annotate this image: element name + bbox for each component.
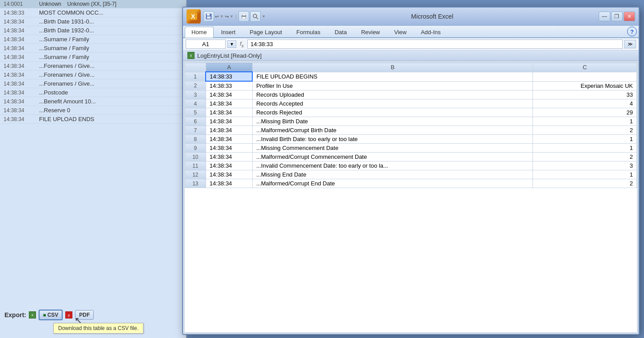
cell-a12[interactable]: 14:38:34 <box>206 170 252 179</box>
excel-window: X ↩ ▼ ↪ ▼ | ▼ Microsoft Ex <box>182 7 640 335</box>
cell-c6[interactable]: 1 <box>533 117 637 126</box>
row-number: 13 <box>185 179 206 188</box>
svg-rect-7 <box>242 17 246 19</box>
cell-c7[interactable]: 2 <box>533 126 637 135</box>
cell-b2[interactable]: Profiler In Use <box>252 81 533 90</box>
cell-b10[interactable]: ...Malformed/Corrupt Commencement Date <box>252 153 533 161</box>
table-row: 14:38:34 ...Surname / Family <box>0 44 186 53</box>
row-number: 4 <box>185 99 206 108</box>
cell-b12[interactable]: ...Missing End Date <box>252 170 533 179</box>
cell-a11[interactable]: 14:38:34 <box>206 161 252 170</box>
cell-c9[interactable]: 1 <box>533 144 637 153</box>
cell-a1[interactable]: 14:38:33 <box>206 72 252 81</box>
tab-formulas[interactable]: Formulas <box>290 27 327 37</box>
cell-a13[interactable]: 14:38:34 <box>206 179 252 188</box>
cell-c2[interactable]: Experian Mosaic UK <box>533 81 637 90</box>
cell-c1[interactable] <box>533 72 637 81</box>
row-number: 8 <box>185 135 206 144</box>
formula-bar: ▼ fx ≫ <box>183 38 639 51</box>
cell-b3[interactable]: Records Uploaded <box>252 90 533 99</box>
formula-input[interactable] <box>247 39 623 49</box>
cell-c11[interactable]: 3 <box>533 161 637 170</box>
log-time: 14:38:34 <box>0 106 36 115</box>
cell-a7[interactable]: 14:38:34 <box>206 126 252 135</box>
tab-insert[interactable]: Insert <box>215 27 242 37</box>
tab-view[interactable]: View <box>388 27 413 37</box>
cell-c12[interactable]: 1 <box>533 170 637 179</box>
pdf-small-icon: p <box>65 311 72 318</box>
cell-c8[interactable]: 1 <box>533 135 637 144</box>
save-button[interactable] <box>203 11 214 22</box>
col-header-c[interactable]: C <box>533 63 637 72</box>
log-time: 14:38:34 <box>0 71 36 79</box>
cell-b6[interactable]: ...Missing Birth Date <box>252 117 533 126</box>
export-csv-button[interactable]: ■ CSV <box>39 310 63 320</box>
row-number: 3 <box>185 90 206 99</box>
cell-a8[interactable]: 14:38:34 <box>206 135 252 144</box>
cell-c10[interactable]: 2 <box>533 153 637 161</box>
row-number: 9 <box>185 144 206 153</box>
cell-c4[interactable]: 4 <box>533 99 637 108</box>
restore-button[interactable]: ❐ <box>611 12 623 21</box>
log-entry: ...Birth Date 1931-0... <box>36 17 186 26</box>
tab-home[interactable]: Home <box>185 27 214 38</box>
cell-b13[interactable]: ...Malformed/Corrupt End Date <box>252 179 533 188</box>
cell-a6[interactable]: 14:38:34 <box>206 117 252 126</box>
print-button[interactable] <box>239 11 249 22</box>
cell-b1[interactable]: FILE UPLOAD BEGINS <box>252 72 533 81</box>
cell-c13[interactable]: 2 <box>533 179 637 188</box>
log-time: 14:38:34 <box>0 115 36 124</box>
title-bar-left: X ↩ ▼ ↪ ▼ | ▼ <box>187 9 266 24</box>
minimize-button[interactable]: — <box>599 12 610 21</box>
table-row: 14:38:34 ...Benefit Amount 10... <box>0 97 186 106</box>
log-time: 14:0001 <box>0 0 36 8</box>
redo-arrow: ▼ <box>230 14 234 19</box>
log-time: 14:38:33 <box>0 8 36 17</box>
tab-addins[interactable]: Add-Ins <box>414 27 447 37</box>
formula-expand-button[interactable]: ≫ <box>624 40 636 48</box>
table-row: 1214:38:34...Missing End Date1 <box>185 170 637 179</box>
cell-b7[interactable]: ...Malformed/Corrupt Birth Date <box>252 126 533 135</box>
cell-b11[interactable]: ...Invalid Commencement Date: too early … <box>252 161 533 170</box>
cell-b5[interactable]: Records Rejected <box>252 108 533 117</box>
log-entry: ...Postcode <box>36 88 186 97</box>
log-entry: ...Forenames / Give... <box>36 62 186 71</box>
toolbar: ↩ ▼ ↪ ▼ | ▼ <box>203 11 266 22</box>
log-time: 14:38:34 <box>0 88 36 97</box>
cell-a3[interactable]: 14:38:34 <box>206 90 252 99</box>
col-header-b[interactable]: B <box>252 63 533 72</box>
log-time: 14:38:34 <box>0 53 36 62</box>
close-button[interactable]: ✕ <box>624 12 635 21</box>
name-box-dropdown[interactable]: ▼ <box>227 40 236 48</box>
cell-b9[interactable]: ...Missing Commencement Date <box>252 144 533 153</box>
cell-a9[interactable]: 14:38:34 <box>206 144 252 153</box>
cell-a5[interactable]: 14:38:34 <box>206 108 252 117</box>
cell-c5[interactable]: 29 <box>533 108 637 117</box>
log-time: 14:38:34 <box>0 26 36 35</box>
corner-header <box>185 63 206 72</box>
col-header-a[interactable]: A <box>206 63 252 72</box>
customize-arrow: ▼ <box>262 14 266 19</box>
row-number: 10 <box>185 153 206 161</box>
tab-page-layout[interactable]: Page Layout <box>243 27 289 37</box>
cell-b8[interactable]: ...Invalid Birth Date: too early or too … <box>252 135 533 144</box>
cell-c3[interactable]: 33 <box>533 90 637 99</box>
cell-a2[interactable]: 14:38:33 <box>206 81 252 90</box>
name-box[interactable] <box>186 39 226 49</box>
cell-a4[interactable]: 14:38:34 <box>206 99 252 108</box>
undo-arrow: ▼ <box>220 14 224 19</box>
table-row: 714:38:34...Malformed/Corrupt Birth Date… <box>185 126 637 135</box>
tab-data[interactable]: Data <box>328 27 353 37</box>
log-entry: ...Reserve 0 <box>36 106 186 115</box>
workbook-area: x LogEntryList [Read-Only] A B C 114:38:… <box>183 51 639 334</box>
search-button[interactable] <box>250 11 261 22</box>
workbook-titlebar: x LogEntryList [Read-Only] <box>183 51 639 61</box>
tab-review[interactable]: Review <box>354 27 387 37</box>
cell-b4[interactable]: Records Accepted <box>252 99 533 108</box>
cell-a10[interactable]: 14:38:34 <box>206 153 252 161</box>
left-panel: 14:0001 Unknown Unknown (XX, [35-7] 14:3… <box>0 0 187 338</box>
help-button[interactable]: ? <box>627 27 637 36</box>
row-number: 1 <box>185 72 206 81</box>
workbook-icon: x <box>187 52 195 59</box>
log-time: 14:38:34 <box>0 17 36 26</box>
